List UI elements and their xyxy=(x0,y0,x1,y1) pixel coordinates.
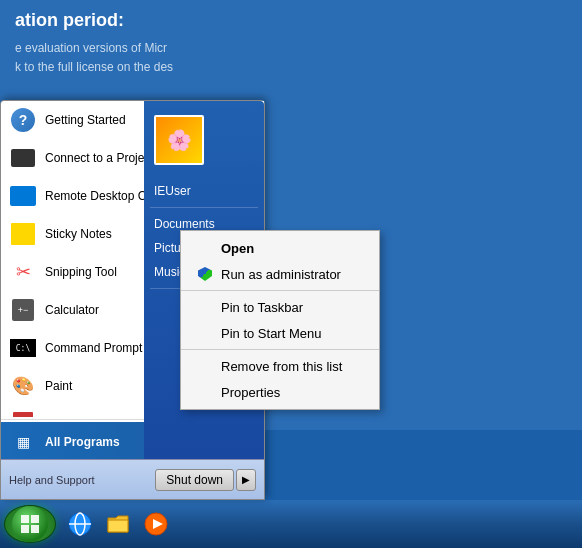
calculator-icon: +− xyxy=(9,296,37,324)
remote-desktop-icon xyxy=(9,182,37,210)
ctx-pin-taskbar[interactable]: Pin to Taskbar xyxy=(181,294,379,320)
ctx-properties-icon xyxy=(197,384,213,400)
sticky-notes-icon xyxy=(9,220,37,248)
bg-title: ation period: xyxy=(15,10,567,31)
ctx-properties-label: Properties xyxy=(221,385,280,400)
shutdown-label: Shut down xyxy=(166,473,223,487)
all-programs-icon: ▦ xyxy=(9,428,37,456)
right-menu-user: IEUser xyxy=(144,179,264,203)
paint-icon: 🎨 xyxy=(9,372,37,400)
ctx-shield-icon xyxy=(197,266,213,282)
getting-started-label: Getting Started xyxy=(45,113,126,127)
xps-viewer-icon: X xyxy=(9,410,37,417)
svg-rect-3 xyxy=(31,525,39,533)
svg-rect-1 xyxy=(31,515,39,523)
ctx-pin-start-label: Pin to Start Menu xyxy=(221,326,321,341)
context-menu: Open Run as administrator Pin to Taskbar… xyxy=(180,230,380,410)
ctx-sep2 xyxy=(181,349,379,350)
ctx-remove-list[interactable]: Remove from this list xyxy=(181,353,379,379)
shutdown-button[interactable]: Shut down xyxy=(155,469,234,491)
taskbar xyxy=(0,500,582,548)
windows-logo-icon xyxy=(20,514,40,534)
ctx-run-admin-label: Run as administrator xyxy=(221,267,341,282)
ctx-run-admin[interactable]: Run as administrator xyxy=(181,261,379,287)
help-support-label[interactable]: Help and Support xyxy=(9,474,155,486)
user-avatar-area: 🌸 xyxy=(144,109,264,171)
svg-rect-2 xyxy=(21,525,29,533)
command-prompt-label: Command Prompt xyxy=(45,341,142,355)
ie-taskbar-icon[interactable] xyxy=(64,508,96,540)
ctx-pin-taskbar-label: Pin to Taskbar xyxy=(221,300,303,315)
ctx-open-label: Open xyxy=(221,241,254,256)
ctx-pin-start-icon xyxy=(197,325,213,341)
getting-started-icon: ? xyxy=(9,106,37,134)
taskbar-icons xyxy=(64,508,172,540)
media-taskbar-icon[interactable] xyxy=(140,508,172,540)
svg-rect-0 xyxy=(21,515,29,523)
paint-label: Paint xyxy=(45,379,72,393)
shutdown-area: Help and Support Shut down ▶ xyxy=(1,459,264,499)
command-prompt-icon: C:\ xyxy=(9,334,37,362)
user-avatar: 🌸 xyxy=(154,115,204,165)
ctx-sep1 xyxy=(181,290,379,291)
ctx-remove-icon xyxy=(197,358,213,374)
ctx-remove-label: Remove from this list xyxy=(221,359,342,374)
start-button[interactable] xyxy=(4,505,56,543)
calculator-label: Calculator xyxy=(45,303,99,317)
ctx-pin-start[interactable]: Pin to Start Menu xyxy=(181,320,379,346)
folder-taskbar-icon[interactable] xyxy=(102,508,134,540)
snipping-tool-label: Snipping Tool xyxy=(45,265,117,279)
ctx-open-icon xyxy=(197,240,213,256)
start-orb xyxy=(12,506,48,542)
ctx-properties[interactable]: Properties xyxy=(181,379,379,405)
all-programs-label: All Programs xyxy=(45,435,120,449)
snipping-tool-icon: ✂ xyxy=(9,258,37,286)
right-menu-sep1 xyxy=(150,207,258,208)
ctx-pin-taskbar-icon xyxy=(197,299,213,315)
sticky-notes-label: Sticky Notes xyxy=(45,227,112,241)
shutdown-arrow-button[interactable]: ▶ xyxy=(236,469,256,491)
connect-projector-icon xyxy=(9,144,37,172)
ctx-open[interactable]: Open xyxy=(181,235,379,261)
